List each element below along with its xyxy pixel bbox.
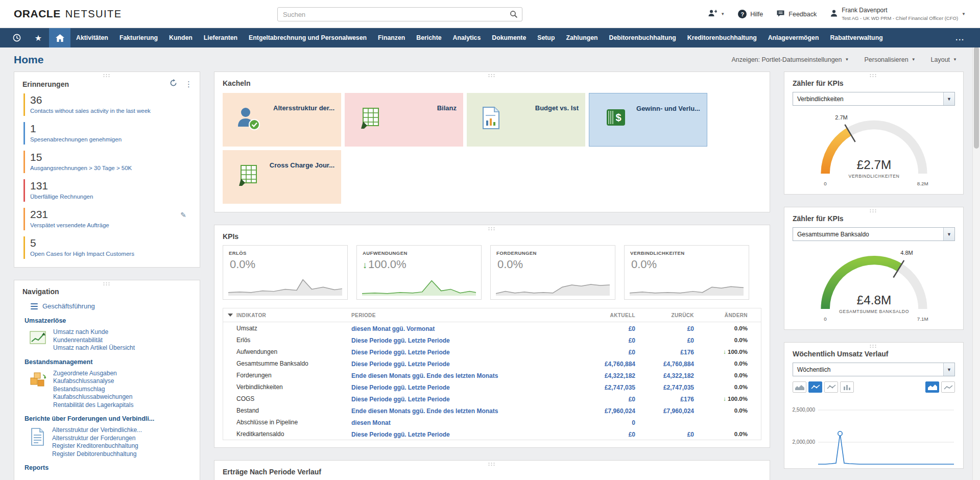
- kpi-card-verbindlichkeiten[interactable]: VERBINDLICHKEITEN 0.0%: [624, 245, 749, 300]
- nav-link-kaufabschlussanalyse[interactable]: Kaufabschlussanalyse: [53, 377, 133, 386]
- period-link[interactable]: diesen Monat: [351, 325, 391, 332]
- nav-tab-setup[interactable]: Setup: [532, 28, 560, 47]
- nav-tab-rabattverwaltung[interactable]: Rabattverwaltung: [824, 28, 888, 47]
- view-dates-control[interactable]: Anzeigen: Portlet-Datumseinstellungen▼: [731, 56, 849, 63]
- nav-link-register-debitorenbuchhaltung[interactable]: Register Debitorenbuchhaltung: [52, 450, 142, 459]
- user-menu[interactable]: Frank Davenport Test AG - UK WD PRM - Ch…: [830, 7, 966, 21]
- kpi-card-aufwendungen[interactable]: AUFWENDUNGEN ↓100.0%: [356, 245, 482, 300]
- tile-gewinn-und-verlust[interactable]: $ Gewinn- und Verlu...: [589, 93, 707, 147]
- portlet-menu-icon[interactable]: ⋮: [185, 80, 193, 88]
- previous-value-link[interactable]: £4,322,182: [663, 372, 694, 379]
- period-link[interactable]: Letzte Periode: [408, 349, 450, 356]
- line-chart-button[interactable]: [808, 381, 822, 393]
- portlet-drag-handle[interactable]: [488, 463, 496, 467]
- kpi-meter-select[interactable]: Gesamtsumme Banksaldo ▼: [793, 227, 955, 241]
- chart-view-button[interactable]: [925, 381, 939, 393]
- nav-tab-aktivitaeten[interactable]: Aktivitäten: [70, 28, 114, 47]
- trend-period-select[interactable]: Wöchentlich ▼: [793, 363, 955, 376]
- nav-link-umsatz-nach-kunde[interactable]: Umsatz nach Kunde: [53, 328, 135, 337]
- previous-value-link[interactable]: £7,960,024: [663, 407, 694, 415]
- period-link[interactable]: Diese Periode: [351, 349, 392, 356]
- feedback-button[interactable]: Feedback: [776, 10, 817, 19]
- nav-link-geschaeftsfuehrung[interactable]: Geschäftsführung: [31, 302, 192, 310]
- current-value-link[interactable]: £4,760,884: [605, 361, 635, 368]
- nav-link-zugeordnete-ausgaben[interactable]: Zugeordnete Ausgaben: [53, 370, 133, 378]
- current-value-link[interactable]: £0: [629, 431, 635, 438]
- line-markers-chart-button[interactable]: [824, 381, 838, 393]
- current-value-link[interactable]: £0: [629, 337, 635, 344]
- current-value-link[interactable]: £7,960,024: [605, 407, 635, 415]
- period-link[interactable]: Letzte Periode: [408, 396, 450, 403]
- nav-tab-anlagevermoegen[interactable]: Anlagevermögen: [762, 28, 825, 47]
- reminder-contacts-no-activity[interactable]: 36 Contacts without sales activity in th…: [23, 93, 193, 116]
- period-link[interactable]: Diese Periode: [351, 396, 392, 403]
- nav-link-kundenrentabilitaet[interactable]: Kundenrentabilität: [53, 337, 135, 345]
- nav-tab-berichte[interactable]: Berichte: [411, 28, 447, 47]
- previous-value-link[interactable]: £0: [687, 325, 694, 332]
- recents-icon[interactable]: [6, 28, 28, 47]
- current-value-link[interactable]: £0: [629, 325, 635, 332]
- nav-link-rentabilitaet-lagerkapital[interactable]: Rentabilität des Lagerkapitals: [53, 401, 133, 410]
- previous-value-link[interactable]: £4,760,884: [663, 361, 694, 368]
- nav-link-kaufabschlussabweichungen[interactable]: Kaufabschlussabweichungen: [53, 393, 133, 401]
- period-link[interactable]: Diese Periode: [351, 361, 392, 368]
- period-link[interactable]: Letzte Periode: [408, 431, 450, 438]
- current-value-link[interactable]: £4,322,182: [605, 372, 635, 379]
- portlet-drag-handle[interactable]: [870, 345, 878, 349]
- nav-tab-fakturierung[interactable]: Fakturierung: [114, 28, 163, 47]
- nav-link-altersstruktur-verbindlichkeiten[interactable]: Altersstruktur der Verbindlichke...: [52, 426, 142, 435]
- search-input[interactable]: [278, 11, 506, 18]
- nav-link-altersstruktur-forderungen[interactable]: Altersstruktur der Forderungen: [52, 435, 142, 443]
- help-button[interactable]: ? Hilfe: [738, 10, 763, 18]
- current-value-link[interactable]: £2,747,035: [605, 384, 635, 391]
- current-value-link[interactable]: 0: [632, 419, 635, 426]
- period-link[interactable]: Letzte Periode: [408, 337, 450, 344]
- tile-altersstruktur[interactable]: Altersstruktur der...: [223, 93, 341, 147]
- kpi-card-erloes[interactable]: ERLÖS 0.0%: [223, 245, 348, 300]
- portlet-drag-handle[interactable]: [870, 209, 878, 213]
- kpi-table-menu-caret[interactable]: [228, 314, 233, 317]
- nav-link-bestandsumschlag[interactable]: Bestandsumschlag: [53, 386, 133, 394]
- edit-pencil-icon[interactable]: ✎: [180, 211, 186, 219]
- period-link[interactable]: Ende des letzten Monats: [426, 407, 498, 415]
- nav-tab-dokumente[interactable]: Dokumente: [486, 28, 532, 47]
- reminder-expense-approvals[interactable]: 1 Spesenabrechnungen genehmigen: [23, 122, 193, 145]
- search-icon[interactable]: [506, 8, 522, 21]
- period-link[interactable]: Diese Periode: [351, 431, 392, 438]
- kpi-card-forderungen[interactable]: FORDERUNGEN 0.0%: [490, 245, 615, 300]
- portlet-drag-handle[interactable]: [103, 74, 111, 78]
- tile-budget-vs-ist[interactable]: Budget vs. Ist: [467, 93, 585, 147]
- nav-tab-kunden[interactable]: Kunden: [163, 28, 198, 47]
- period-link[interactable]: Letzte Periode: [408, 361, 450, 368]
- netsuite-logo[interactable]: ORACLE NETSUITE: [14, 8, 122, 20]
- vertical-scrollbar[interactable]: [972, 44, 980, 480]
- period-link[interactable]: Vormonat: [407, 325, 435, 332]
- nav-tab-finanzen[interactable]: Finanzen: [372, 28, 411, 47]
- nav-tab-debitorenbuchhaltung[interactable]: Debitorenbuchhaltung: [604, 28, 682, 47]
- nav-more-button[interactable]: ...: [955, 28, 965, 47]
- reminder-invoices-30-days[interactable]: 15 Ausgangsrechnungen > 30 Tage > 50K: [23, 151, 193, 173]
- portlet-drag-handle[interactable]: [488, 227, 496, 231]
- favorites-star-icon[interactable]: ★: [28, 28, 49, 47]
- period-link[interactable]: diesen Monat: [351, 419, 391, 426]
- period-link[interactable]: Ende diesen Monats: [351, 372, 411, 379]
- nav-tab-zahlungen[interactable]: Zahlungen: [560, 28, 603, 47]
- current-value-link[interactable]: £0: [629, 396, 635, 403]
- portlet-drag-handle[interactable]: [870, 74, 878, 78]
- kpi-meter-select[interactable]: Verbindlichkeiten ▼: [793, 92, 955, 106]
- portlet-drag-handle[interactable]: [103, 282, 111, 286]
- period-link[interactable]: Letzte Periode: [408, 384, 450, 391]
- nav-link-register-kreditorenbuchhaltung[interactable]: Register Kreditorenbuchhaltung: [52, 442, 142, 450]
- nav-link-umsatz-nach-artikel[interactable]: Umsatz nach Artikel Übersicht: [53, 344, 135, 352]
- layout-control[interactable]: Layout▼: [931, 56, 957, 63]
- previous-value-link[interactable]: £0: [687, 337, 694, 344]
- personalize-control[interactable]: Personalisieren▼: [864, 56, 915, 63]
- tile-bilanz[interactable]: Bilanz: [345, 93, 463, 147]
- period-link[interactable]: Ende des letzten Monats: [426, 372, 498, 379]
- refresh-icon[interactable]: [170, 79, 177, 89]
- tile-cross-charge[interactable]: Cross Charge Jour...: [223, 150, 341, 204]
- nav-tab-entgeltabrechnung[interactable]: Entgeltabrechnung und Personalwesen: [243, 28, 372, 47]
- period-link[interactable]: Ende diesen Monats: [351, 407, 411, 415]
- reminder-late-orders[interactable]: 231 Verspätet versendete Aufträge ✎: [23, 208, 193, 230]
- period-link[interactable]: Diese Periode: [351, 337, 392, 344]
